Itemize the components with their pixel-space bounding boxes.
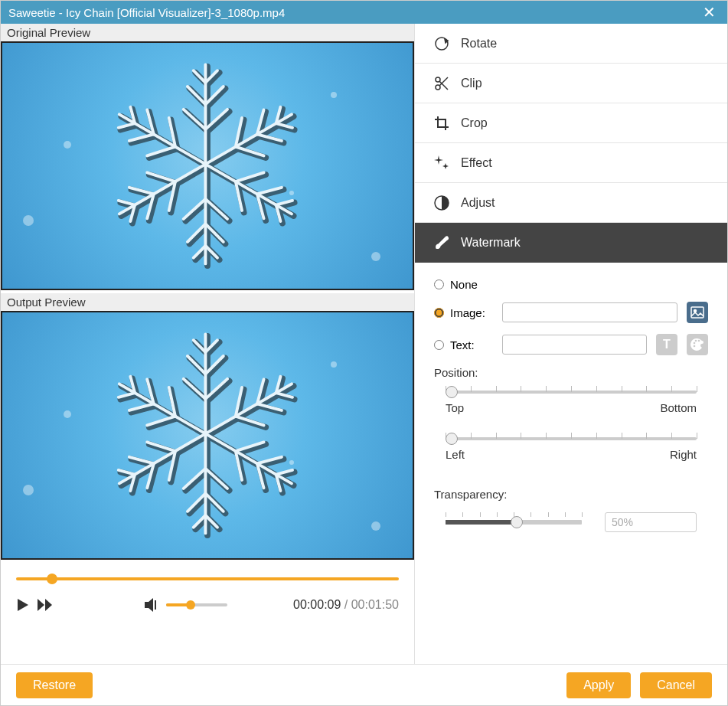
timeline-track bbox=[16, 577, 399, 580]
slider-thumb[interactable] bbox=[446, 386, 458, 398]
output-preview-label: Output Preview bbox=[1, 293, 414, 311]
volume-slider[interactable] bbox=[166, 603, 227, 606]
image-label: Image: bbox=[450, 306, 496, 319]
none-label: None bbox=[450, 278, 496, 291]
controls-row: 00:00:09 / 00:01:50 bbox=[16, 598, 399, 612]
sparkle-icon bbox=[434, 155, 449, 171]
crop-icon bbox=[434, 116, 449, 131]
original-preview-label: Original Preview bbox=[1, 24, 414, 41]
pos-bottom-label: Bottom bbox=[660, 401, 697, 414]
transparency-input[interactable] bbox=[605, 512, 697, 532]
time-total: 00:01:50 bbox=[351, 598, 399, 611]
particle bbox=[331, 361, 337, 368]
svg-marker-18 bbox=[434, 155, 443, 165]
watermark-image-option[interactable]: Image: bbox=[434, 302, 708, 323]
tab-adjust[interactable]: Adjust bbox=[415, 183, 727, 223]
transparency-fill bbox=[446, 520, 514, 525]
svg-marker-10 bbox=[145, 598, 153, 612]
text-label: Text: bbox=[450, 338, 496, 351]
tab-label: Rotate bbox=[461, 37, 497, 51]
time-display: 00:00:09 / 00:01:50 bbox=[293, 598, 399, 612]
text-t-icon: T bbox=[663, 338, 671, 351]
title-bar: Saweetie - Icy Chain [Official Visualize… bbox=[1, 1, 727, 24]
volume-group bbox=[145, 598, 227, 612]
volume-icon[interactable] bbox=[145, 598, 160, 612]
fast-forward-icon[interactable] bbox=[38, 599, 53, 611]
transparency-label: Transparency: bbox=[434, 488, 708, 501]
tab-label: Clip bbox=[461, 77, 482, 90]
restore-button[interactable]: Restore bbox=[16, 672, 93, 698]
tab-label: Watermark bbox=[461, 236, 521, 250]
brush-icon bbox=[434, 235, 449, 250]
image-path-input[interactable] bbox=[502, 302, 677, 322]
palette-icon bbox=[690, 338, 704, 351]
window-title: Saweetie - Icy Chain [Official Visualize… bbox=[8, 6, 699, 19]
text-color-button[interactable] bbox=[687, 334, 708, 355]
snowflake-icon bbox=[108, 321, 307, 551]
radio-image[interactable] bbox=[434, 308, 444, 318]
svg-line-2 bbox=[207, 111, 230, 131]
radio-none[interactable] bbox=[434, 279, 444, 289]
bottom-bar: Restore Apply Cancel bbox=[1, 664, 727, 705]
tab-clip[interactable]: Clip bbox=[415, 64, 727, 103]
radio-text[interactable] bbox=[434, 340, 444, 350]
tab-rotate[interactable]: Rotate bbox=[415, 24, 727, 64]
particle bbox=[289, 460, 294, 465]
apply-button[interactable]: Apply bbox=[566, 672, 631, 698]
browse-image-button[interactable] bbox=[687, 302, 708, 323]
cancel-button[interactable]: Cancel bbox=[640, 672, 712, 698]
svg-marker-7 bbox=[18, 599, 28, 611]
watermark-none-option[interactable]: None bbox=[434, 278, 708, 291]
particle bbox=[289, 191, 294, 195]
time-current: 00:00:09 bbox=[293, 598, 341, 611]
tab-watermark[interactable]: Watermark bbox=[415, 223, 727, 263]
svg-point-25 bbox=[698, 340, 700, 342]
main-area: Original Preview bbox=[1, 24, 727, 664]
snowflake-icon bbox=[108, 51, 307, 281]
timeline-slider[interactable] bbox=[16, 571, 399, 587]
transparency-slider[interactable] bbox=[446, 520, 582, 525]
rotate-icon bbox=[434, 36, 449, 51]
transparency-row bbox=[434, 512, 708, 532]
tab-effect[interactable]: Effect bbox=[415, 143, 727, 183]
particle bbox=[331, 92, 337, 98]
image-icon bbox=[690, 306, 704, 319]
original-preview bbox=[1, 41, 414, 290]
vertical-position-slider[interactable]: Top Bottom bbox=[446, 391, 697, 414]
pos-top-label: Top bbox=[446, 401, 464, 414]
svg-line-16 bbox=[439, 81, 448, 90]
svg-marker-9 bbox=[45, 599, 52, 611]
play-icon[interactable] bbox=[16, 598, 30, 612]
svg-point-26 bbox=[694, 345, 696, 348]
svg-rect-21 bbox=[691, 307, 704, 318]
volume-fill bbox=[166, 603, 188, 606]
left-panel: Original Preview bbox=[1, 24, 415, 664]
watermark-text-option[interactable]: Text: T bbox=[434, 334, 708, 355]
particle bbox=[23, 485, 34, 495]
timeline-thumb[interactable] bbox=[47, 574, 57, 584]
right-panel: Rotate Clip Crop Effect Adjust Watermark… bbox=[415, 24, 727, 664]
svg-point-24 bbox=[695, 340, 697, 342]
scissors-icon bbox=[434, 76, 449, 91]
tab-label: Effect bbox=[461, 156, 492, 170]
tab-label: Adjust bbox=[461, 196, 495, 210]
svg-point-23 bbox=[694, 342, 696, 345]
watermark-settings: None Image: Text: T bbox=[415, 263, 727, 547]
close-icon[interactable]: ✕ bbox=[699, 3, 720, 21]
adjust-icon bbox=[434, 195, 449, 211]
output-preview bbox=[1, 311, 414, 560]
svg-marker-8 bbox=[38, 599, 44, 611]
pos-right-label: Right bbox=[670, 448, 697, 461]
tab-label: Crop bbox=[461, 116, 488, 130]
text-style-button[interactable]: T bbox=[656, 334, 677, 355]
playback-controls: 00:00:09 / 00:01:50 bbox=[1, 560, 414, 619]
svg-marker-19 bbox=[442, 163, 449, 169]
position-label: Position: bbox=[434, 366, 708, 379]
horizontal-position-slider[interactable]: Left Right bbox=[446, 437, 697, 461]
pos-left-label: Left bbox=[446, 448, 465, 461]
tab-crop[interactable]: Crop bbox=[415, 103, 727, 143]
svg-line-17 bbox=[439, 77, 448, 86]
text-input[interactable] bbox=[502, 335, 647, 355]
slider-thumb[interactable] bbox=[446, 433, 458, 445]
volume-thumb[interactable] bbox=[186, 600, 195, 610]
